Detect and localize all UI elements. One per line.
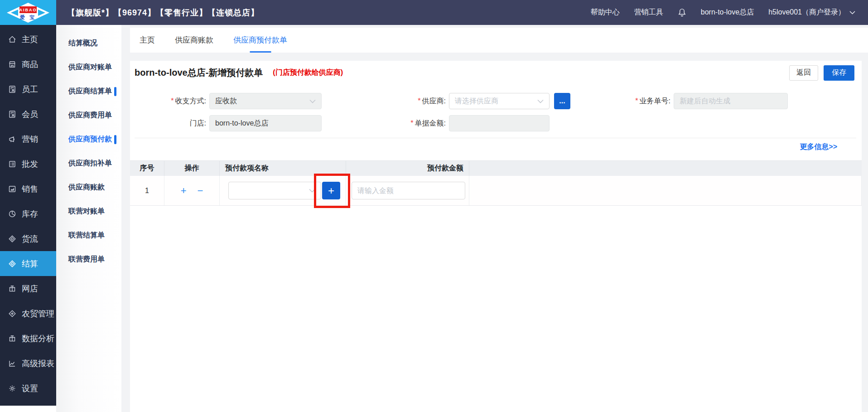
home-icon <box>8 35 17 44</box>
tab-home[interactable]: 主页 <box>140 28 155 53</box>
biz-no-input[interactable] <box>674 93 788 109</box>
sidebar-label: 库存 <box>22 208 38 219</box>
required-mark: * <box>418 97 420 105</box>
sidebar-item-settlement[interactable]: 结算 <box>0 251 56 276</box>
sidebar-label: 营销 <box>22 134 38 145</box>
required-mark: * <box>171 97 174 105</box>
more-info-row: 更多信息>> <box>130 142 862 152</box>
staff-card-icon <box>8 85 17 94</box>
header-amount: 预付款金额 <box>346 161 469 176</box>
submenu-label: 供应商账款 <box>68 183 105 192</box>
supplier-browse-button[interactable]: ... <box>554 93 570 109</box>
content-area: 主页 供应商账款 供应商预付款单 born-to-love总店-新增预付款单 (… <box>121 25 868 412</box>
sidebar-item-marketing[interactable]: 营销 <box>0 126 56 151</box>
row-actions-cell: + − <box>164 176 220 205</box>
submenu-item-supplier-accounts[interactable]: 供应商账款 <box>56 175 121 199</box>
submenu-item-supplier-statement[interactable]: 供应商对账单 <box>56 55 121 79</box>
submenu-item-joint-settlement[interactable]: 联营结算单 <box>56 223 121 247</box>
help-center-link[interactable]: 帮助中心 <box>591 8 620 17</box>
sidebar-bottom-strip <box>0 406 56 412</box>
form-row-1: *收支方式: 应收款 *供应商: 请选择供应商 ... *业务单号: <box>130 93 862 109</box>
submenu-label: 供应商结算单 <box>68 87 112 96</box>
row-empty-cell <box>469 176 862 205</box>
analysis-gift-icon <box>8 334 17 343</box>
payment-type-label: *收支方式: <box>130 97 209 106</box>
line-chart-icon <box>8 359 17 368</box>
amount-label: *单据金额: <box>322 119 449 128</box>
sidebar-item-online-store[interactable]: 网店 <box>0 276 56 301</box>
sidebar-label: 农贸管理 <box>22 308 54 319</box>
account-label: h5love001（商户登录） <box>768 8 845 17</box>
chevron-down-icon <box>537 99 544 103</box>
sidebar-label: 结算 <box>22 258 38 269</box>
row-amount-input[interactable] <box>352 182 465 199</box>
sidebar-label: 批发 <box>22 159 38 170</box>
doc-amount-input[interactable] <box>449 115 550 131</box>
submenu-item-settlement-overview[interactable]: 结算概况 <box>56 31 121 55</box>
sidebar-item-inventory[interactable]: 库存 <box>0 201 56 226</box>
header-item-name: 预付款项名称 <box>220 161 346 176</box>
submenu-item-supplier-settlement[interactable]: 供应商结算单 <box>56 79 121 103</box>
sidebar-item-wholesale[interactable]: 批发 <box>0 151 56 176</box>
store-input[interactable] <box>209 115 322 131</box>
sidebar-item-goods[interactable]: 商品 <box>0 52 56 77</box>
prepayment-form: *收支方式: 应收款 *供应商: 请选择供应商 ... *业务单号: <box>130 93 862 131</box>
required-mark: * <box>635 97 638 105</box>
sidebar-label: 数据分析 <box>22 333 54 344</box>
submenu-item-joint-statement[interactable]: 联营对账单 <box>56 199 121 223</box>
tab-supplier-prepayment-order[interactable]: 供应商预付款单 <box>233 28 287 53</box>
submenu-label: 联营费用单 <box>68 255 105 264</box>
sidebar-item-staff[interactable]: 员工 <box>0 77 56 102</box>
submenu-item-supplier-expense[interactable]: 供应商费用单 <box>56 103 121 127</box>
more-info-link[interactable]: 更多信息>> <box>800 143 837 150</box>
bell-icon[interactable] <box>678 8 686 17</box>
sidebar-item-advanced-reports[interactable]: 高级报表 <box>0 351 56 376</box>
table-row: 1 + − + <box>130 176 862 206</box>
header-index: 序号 <box>130 161 164 176</box>
submenu-label: 供应商预付款 <box>68 135 112 144</box>
submenu-item-joint-expense[interactable]: 联营费用单 <box>56 247 121 271</box>
logo-text-aibao: AIBAO <box>19 8 37 12</box>
app-logo[interactable]: AIBAO 爱 宝 <box>0 0 56 25</box>
row-index-cell: 1 <box>130 176 164 205</box>
member-card-icon <box>8 110 17 119</box>
sidebar-item-settings[interactable]: 设置 <box>0 376 56 401</box>
aibao-logo-icon: AIBAO 爱 宝 <box>5 2 52 23</box>
supplier-placeholder: 请选择供应商 <box>455 97 498 106</box>
submenu-item-supplier-deduction[interactable]: 供应商扣补单 <box>56 151 121 175</box>
chevron-down-icon <box>849 11 855 15</box>
sidebar-item-sales[interactable]: 销售 <box>0 176 56 201</box>
add-prepayment-item-button[interactable]: + <box>322 182 340 199</box>
page-title: born-to-love总店-新增预付款单 <box>135 67 263 79</box>
save-button[interactable]: 保存 <box>824 65 854 81</box>
header-actions: 操作 <box>164 161 220 176</box>
sidebar-label: 主页 <box>22 34 38 45</box>
supplier-select[interactable]: 请选择供应商 <box>449 93 550 109</box>
payment-type-select[interactable]: 应收款 <box>209 93 322 109</box>
sidebar-item-home[interactable]: 主页 <box>0 27 56 52</box>
back-button[interactable]: 返回 <box>789 65 818 81</box>
prepayment-item-select[interactable] <box>228 182 321 199</box>
chart-bar-icon <box>8 184 17 194</box>
store-icon <box>8 60 17 69</box>
chevron-down-icon <box>309 99 316 103</box>
sidebar-item-member[interactable]: 会员 <box>0 102 56 126</box>
submenu-item-supplier-prepayment[interactable]: 供应商预付款 <box>56 127 121 151</box>
sidebar-item-agri-trade[interactable]: 农贸管理 <box>0 301 56 326</box>
store-label: 门店: <box>130 119 209 128</box>
tab-supplier-accounts[interactable]: 供应商账款 <box>175 28 213 53</box>
remove-row-icon[interactable]: − <box>198 186 203 196</box>
prepayment-form-panel: born-to-love总店-新增预付款单 (门店预付款给供应商) 返回 保存 … <box>130 61 862 412</box>
submenu-badge <box>114 135 116 144</box>
sidebar-item-data-analysis[interactable]: 数据分析 <box>0 326 56 351</box>
sidebar-label: 货流 <box>22 233 38 244</box>
marketing-tools-link[interactable]: 营销工具 <box>634 8 663 17</box>
sidebar-item-logistics[interactable]: 货流 <box>0 226 56 251</box>
add-row-icon[interactable]: + <box>181 186 187 196</box>
current-store-label[interactable]: born-to-love总店 <box>701 8 754 17</box>
topbar-right: 帮助中心 营销工具 born-to-love总店 h5love001（商户登录） <box>591 8 868 17</box>
row-item-name-cell: + <box>220 176 346 205</box>
settlement-diamond-icon <box>8 259 17 268</box>
account-menu[interactable]: h5love001（商户登录） <box>768 8 855 17</box>
payment-type-value: 应收款 <box>215 97 237 106</box>
